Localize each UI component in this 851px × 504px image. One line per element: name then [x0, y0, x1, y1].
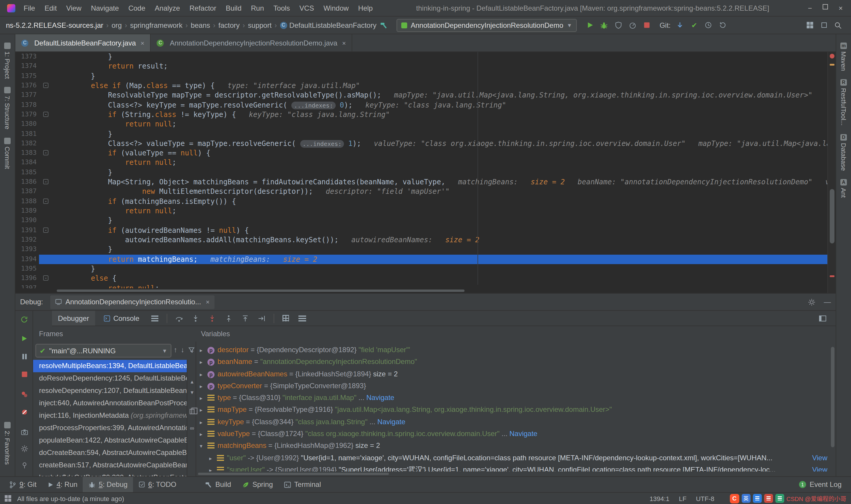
frame-row[interactable]: createBean:517, AbstractAutowireCapableB… — [33, 459, 187, 471]
line-number[interactable]: 1375 — [15, 71, 37, 81]
line-number[interactable]: 1378 — [15, 100, 37, 110]
line-number[interactable]: 1389 — [15, 206, 37, 216]
code-line-1380[interactable]: 1380 return null; — [15, 119, 827, 129]
navigate-link[interactable]: Navigate — [377, 418, 405, 426]
scrollbar-thumb[interactable] — [830, 189, 834, 244]
menu-build[interactable]: Build — [221, 4, 246, 12]
variable-row[interactable]: ▸pdescriptor = {DependencyDescriptor@189… — [196, 344, 829, 356]
layout-grid-icon[interactable] — [802, 19, 817, 32]
add-watch-icon[interactable]: + — [188, 347, 196, 355]
editor-tab[interactable]: CAnnotationDependencyInjectionResolution… — [151, 34, 352, 51]
line-number[interactable]: 1379 — [15, 110, 37, 120]
warning-stripe-mark[interactable] — [830, 64, 834, 66]
menu-code[interactable]: Code — [124, 4, 150, 12]
line-number[interactable]: 1396 — [15, 274, 37, 283]
tool-strip-button[interactable]: mMaven — [836, 42, 851, 71]
line-number[interactable]: 1395 — [15, 264, 37, 274]
code-line-1390[interactable]: 1390 } — [15, 216, 827, 226]
view-link[interactable]: View — [807, 464, 827, 471]
code-line-1373[interactable]: 1373 } — [15, 52, 827, 62]
code-line-1381[interactable]: 1381 } — [15, 129, 827, 139]
line-ending[interactable]: LF — [679, 495, 686, 502]
line-number[interactable]: 1387 — [15, 187, 37, 197]
code-line-1384[interactable]: 1384 return null; — [15, 158, 827, 168]
tool-strip-button[interactable]: AAnt — [836, 179, 851, 197]
drop-frame-button[interactable] — [238, 312, 252, 325]
breadcrumb-item[interactable]: support — [248, 21, 272, 29]
stop-button[interactable] — [19, 369, 29, 379]
expand-arrow-icon[interactable]: ▸ — [200, 428, 207, 440]
caret-position[interactable]: 1394:1 — [650, 495, 669, 502]
code-line-1379[interactable]: 1379- if (String.class != keyType) { key… — [15, 110, 827, 120]
minimize-button[interactable]: − — [808, 4, 812, 12]
tool-strip-button[interactable]: 2: Favorites — [0, 421, 15, 464]
fold-marker-icon[interactable]: - — [43, 179, 49, 184]
menu-tools[interactable]: Tools — [269, 4, 295, 12]
frame-row[interactable]: lambda$doGetBean$0:320, AbstractBeanFact… — [33, 471, 187, 476]
menu-run[interactable]: Run — [246, 4, 269, 12]
tool-strip-button[interactable]: RRestfulTool... — [836, 79, 851, 126]
toolwindow-button-debug[interactable]: 5: Debug — [83, 477, 133, 492]
menu-edit[interactable]: Edit — [40, 4, 61, 12]
line-number[interactable]: 1391 — [15, 226, 37, 235]
variable-row[interactable]: ▸ptypeConverter = {SimpleTypeConverter@1… — [196, 380, 829, 392]
toolwindow-button-terminal[interactable]: Terminal — [278, 477, 327, 492]
ime-keyboard-icon[interactable] — [753, 494, 761, 503]
view-options-icon[interactable] — [295, 312, 310, 325]
line-number[interactable]: 1373 — [15, 52, 37, 62]
debug-session-tab[interactable]: AnnotationDependencyInjectionResolutio..… — [50, 295, 214, 309]
profiler-button[interactable] — [625, 19, 639, 32]
code-line-1375[interactable]: 1375 } — [15, 71, 827, 81]
step-over-button[interactable] — [172, 312, 186, 325]
variable-row[interactable]: ▸keyType = {Class@344} "class java.lang.… — [196, 416, 829, 428]
close-button[interactable]: × — [838, 4, 843, 12]
code-line-1374[interactable]: 1374 return result; — [15, 62, 827, 72]
editor-vertical-scrollbar[interactable] — [827, 52, 836, 293]
step-into-button[interactable] — [188, 312, 203, 325]
expand-arrow-icon[interactable]: ▸ — [200, 344, 207, 356]
code-editor[interactable]: 1373 }1374 return result;1375 }1376- els… — [15, 52, 836, 293]
step-out-button[interactable] — [222, 312, 236, 325]
frame-row[interactable]: populateBean:1422, AbstractAutowireCapab… — [33, 434, 187, 447]
event-log-button[interactable]: Event Log — [810, 480, 841, 489]
expand-arrow-icon[interactable]: ▸ — [209, 464, 217, 471]
code-line-1392[interactable]: 1392 autowiredBeanNames.addAll(matchingB… — [15, 235, 827, 245]
build-hammer-icon[interactable] — [377, 19, 391, 32]
tool-strip-button[interactable]: 1: Project — [0, 42, 15, 79]
expand-arrow-icon[interactable]: ▸ — [209, 452, 217, 464]
code-line-1396[interactable]: 1396- else { — [15, 274, 827, 283]
menu-refactor[interactable]: Refactor — [185, 4, 221, 12]
duplicate-icon[interactable] — [188, 408, 196, 415]
fold-marker-icon[interactable]: - — [43, 227, 49, 233]
code-line-1385[interactable]: 1385 } — [15, 168, 827, 178]
variable-row[interactable]: ▸mapType = {ResolvableType@1916} "java.u… — [196, 404, 829, 416]
rerun-button[interactable] — [19, 315, 29, 324]
breadcrumb-item[interactable]: factory — [218, 21, 240, 29]
variables-scrollbar[interactable] — [831, 347, 834, 447]
menu-view[interactable]: View — [61, 4, 86, 12]
fold-marker-icon[interactable]: - — [43, 275, 49, 281]
force-step-into-button[interactable] — [205, 312, 219, 325]
code-line-1387[interactable]: 1387 new MultiElementDescriptor(descript… — [15, 187, 827, 197]
view-breakpoints-button[interactable] — [19, 389, 29, 399]
view-link[interactable]: View — [807, 452, 827, 464]
coverage-button[interactable] — [611, 19, 625, 32]
frame-row[interactable]: doCreateBean:594, AbstractAutowireCapabl… — [33, 447, 187, 459]
stop-button[interactable] — [639, 19, 654, 32]
hide-panel-icon[interactable]: — — [824, 298, 831, 306]
expand-arrow-icon[interactable]: ▸ — [200, 368, 207, 380]
pause-button[interactable] — [19, 352, 29, 361]
code-line-1388[interactable]: 1388- if (matchingBeans.isEmpty()) { — [15, 196, 827, 206]
toolwindow-button-build[interactable]: Build — [199, 477, 236, 492]
breadcrumb-item[interactable]: DefaultListableBeanFactory — [289, 21, 377, 29]
line-number[interactable]: 1377 — [15, 91, 37, 101]
variable-row[interactable]: ▸"superUser" -> {SuperUser@1994} "SuperU… — [196, 464, 829, 471]
code-line-1389[interactable]: 1389 return null; — [15, 206, 827, 216]
line-number[interactable]: 1386 — [15, 177, 37, 187]
expand-arrow-icon[interactable]: ▸ — [200, 392, 207, 404]
evaluate-expression-icon[interactable] — [279, 312, 293, 325]
thread-dump-camera-icon[interactable] — [19, 427, 29, 437]
scroll-up-icon[interactable]: ▲ — [188, 378, 196, 385]
fold-marker-icon[interactable]: - — [43, 150, 49, 156]
navigate-link[interactable]: Navigate — [366, 394, 395, 402]
